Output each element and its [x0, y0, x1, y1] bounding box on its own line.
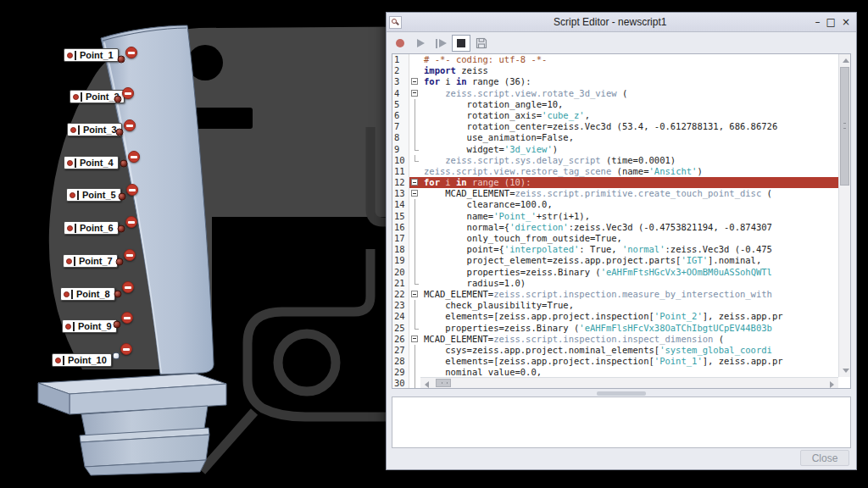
vertical-scrollbar[interactable]: [838, 54, 850, 377]
touch-point-marker[interactable]: [114, 96, 122, 103]
code-line[interactable]: 16 normal={'direction':zeiss.Vec3d (-0.4…: [392, 222, 838, 233]
close-button[interactable]: Close: [800, 450, 849, 466]
code-line[interactable]: 21 radius=1.0): [392, 278, 838, 289]
point-label-text: Point_3: [83, 125, 117, 135]
point-label[interactable]: Point_5: [66, 188, 121, 202]
line-number: 10: [392, 155, 409, 166]
line-number: 19: [392, 255, 409, 266]
code-text: only_touch_from_outside=True,: [420, 233, 838, 244]
code-line[interactable]: 26MCAD_ELEMENT=zeiss.script.inspection.i…: [392, 334, 838, 345]
code-line[interactable]: 25 properties=zeiss.Binary ('eAHFmFlsHFc…: [392, 323, 838, 334]
line-number: 15: [392, 211, 409, 222]
fold-margin: [409, 166, 420, 177]
code-line[interactable]: 9 widget='3d_view'): [392, 144, 838, 155]
code-line[interactable]: 10 zeiss.script.sys.delay_script (time=0…: [392, 155, 838, 166]
touch-point-marker[interactable]: [118, 225, 125, 233]
touch-point-marker[interactable]: [119, 193, 126, 201]
scroll-left-icon[interactable]: [425, 381, 429, 388]
code-line[interactable]: 6 rotation_axis='cube_z',: [392, 110, 838, 121]
record-button[interactable]: [391, 35, 409, 52]
close-button[interactable]: ×: [842, 16, 850, 28]
code-text: for i in range (10):: [420, 177, 838, 188]
point-label[interactable]: Point_10: [52, 353, 112, 367]
minimize-button[interactable]: –: [815, 16, 821, 28]
fold-margin: [409, 121, 420, 132]
touch-point-marker[interactable]: [116, 258, 124, 266]
horizontal-scrollbar[interactable]: [420, 377, 838, 388]
code-line[interactable]: 27 csys=zeiss.app.project.nominal_elemen…: [392, 345, 838, 356]
run-button[interactable]: [411, 35, 430, 52]
touch-point-marker[interactable]: [118, 56, 125, 64]
code-line[interactable]: 28 elements=[zeiss.app.project.inspectio…: [392, 356, 838, 367]
point-label[interactable]: Point_6: [64, 221, 119, 235]
search-icon[interactable]: [389, 16, 402, 29]
run-step-button[interactable]: [431, 35, 450, 52]
scroll-down-icon[interactable]: [843, 369, 849, 373]
line-number: 4: [392, 88, 409, 99]
no-entry-badge-icon: [125, 47, 137, 58]
code-text: properties=zeiss.Binary ('eAHFmFtsHGcVx3…: [420, 267, 838, 278]
play-icon: [417, 39, 425, 47]
touch-point-marker[interactable]: [114, 321, 121, 329]
touch-point-marker[interactable]: [114, 291, 122, 298]
code-line[interactable]: 15 name='Point_'+str(i+1),: [392, 211, 838, 222]
stop-button[interactable]: [452, 35, 470, 52]
measure-point-icon: [67, 224, 77, 233]
point-label[interactable]: Point_7: [63, 254, 118, 268]
vertical-scroll-thumb[interactable]: [840, 67, 849, 186]
save-icon: [476, 37, 487, 49]
code-line[interactable]: 11zeiss.script.view.restore_tag_scene (n…: [392, 166, 838, 177]
titlebar[interactable]: Script Editor - newscript1 –□×: [387, 13, 856, 32]
point-label[interactable]: Point_9: [62, 319, 117, 333]
output-panel[interactable]: [392, 396, 851, 448]
fold-toggle-icon[interactable]: [409, 188, 420, 199]
code-line[interactable]: 12for i in range (10):: [392, 177, 838, 188]
point-label[interactable]: Point_3: [67, 123, 122, 136]
code-line[interactable]: 2import zeiss: [392, 65, 838, 76]
code-line[interactable]: 14 clearance=100.0,: [392, 199, 838, 210]
touch-point-marker[interactable]: [116, 129, 124, 136]
code-line[interactable]: 4 zeiss.script.view.rotate_3d_view (: [392, 88, 838, 99]
scroll-up-icon[interactable]: [843, 58, 849, 63]
code-line[interactable]: 24 elements=[zeiss.app.project.inspectio…: [392, 311, 838, 322]
code-line[interactable]: 22MCAD_ELEMENT=zeiss.script.inspection.m…: [392, 289, 838, 300]
no-entry-badge-icon: [122, 281, 134, 293]
measure-point-icon: [66, 257, 76, 266]
code-line[interactable]: 1# -*- coding: utf-8 -*-: [392, 54, 838, 65]
code-line[interactable]: 17 only_touch_from_outside=True,: [392, 233, 838, 244]
fold-margin: [409, 345, 420, 356]
code-text: MCAD_ELEMENT=zeiss.script.primitive.crea…: [420, 188, 838, 199]
code-line[interactable]: 18 point={'interpolated': True, 'normal'…: [392, 244, 838, 255]
code-line[interactable]: 3for i in range (36):: [392, 76, 838, 87]
point-label[interactable]: Point_1: [64, 48, 119, 62]
save-button[interactable]: [472, 35, 491, 52]
fold-toggle-icon[interactable]: [409, 76, 420, 87]
code-line[interactable]: 8 use_animation=False,: [392, 132, 838, 143]
maximize-button[interactable]: □: [826, 16, 836, 28]
touch-point-marker[interactable]: [113, 352, 120, 360]
code-editor[interactable]: 1# -*- coding: utf-8 -*-2import zeiss3fo…: [392, 53, 851, 389]
code-line[interactable]: 5 rotation_angle=10,: [392, 99, 838, 110]
fold-toggle-icon[interactable]: [409, 88, 420, 99]
point-label[interactable]: Point_8: [60, 287, 115, 301]
code-text: # -*- coding: utf-8 -*-: [420, 54, 838, 65]
code-text: import zeiss: [420, 65, 838, 76]
fold-toggle-icon[interactable]: [409, 334, 420, 345]
splitter-handle[interactable]: [392, 391, 851, 396]
fold-toggle-icon[interactable]: [409, 177, 420, 188]
code-text: elements=[zeiss.app.project.inspection['…: [420, 356, 838, 367]
code-line[interactable]: 20 properties=zeiss.Binary ('eAHFmFtsHGc…: [392, 267, 838, 278]
code-line[interactable]: 13 MCAD_ELEMENT=zeiss.script.primitive.c…: [392, 188, 838, 199]
horizontal-scroll-thumb[interactable]: [436, 379, 451, 387]
scroll-right-icon[interactable]: [830, 381, 834, 388]
code-line[interactable]: 19 project_element=zeiss.app.project.par…: [392, 255, 838, 266]
fold-toggle-icon[interactable]: [409, 289, 420, 300]
fold-margin: [409, 255, 420, 266]
measure-point-icon: [67, 158, 77, 168]
code-line[interactable]: 23 check_plausibility=True,: [392, 300, 838, 311]
code-line[interactable]: 7 rotation_center=zeiss.Vec3d (53.4, -0.…: [392, 121, 838, 132]
fold-margin: [409, 267, 420, 278]
point-label[interactable]: Point_4: [64, 156, 119, 169]
line-number: 17: [392, 233, 409, 244]
touch-point-marker[interactable]: [120, 160, 128, 168]
